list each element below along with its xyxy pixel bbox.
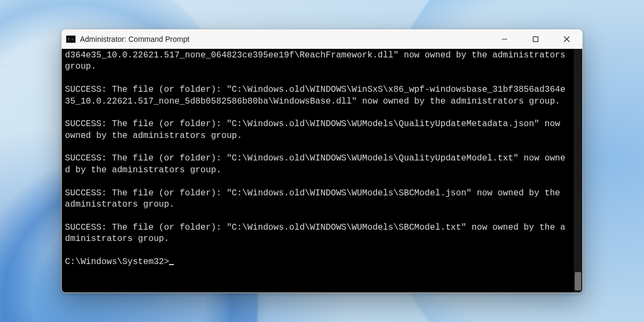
svg-rect-1	[533, 37, 538, 42]
terminal-line: SUCCESS: The file (or folder): "C:\Windo…	[65, 222, 570, 245]
titlebar[interactable]: Administrator: Command Prompt	[62, 30, 582, 49]
terminal-line	[65, 210, 570, 222]
close-button[interactable]	[551, 30, 582, 49]
window-title: Administrator: Command Prompt	[80, 35, 189, 43]
terminal-line	[65, 107, 570, 119]
close-icon	[564, 36, 570, 42]
terminal-line: SUCCESS: The file (or folder): "C:\Windo…	[65, 119, 570, 142]
minimize-button[interactable]	[489, 30, 520, 49]
terminal-output[interactable]: d364e35_10.0.22621.517_none_064823ce395e…	[62, 49, 574, 292]
terminal-line: SUCCESS: The file (or folder): "C:\Windo…	[65, 84, 570, 107]
terminal-line: SUCCESS: The file (or folder): "C:\Windo…	[65, 188, 570, 211]
maximize-button[interactable]	[520, 30, 551, 49]
terminal-line	[65, 142, 570, 153]
terminal-prompt[interactable]: C:\Windows\System32>	[65, 257, 570, 268]
cursor	[169, 264, 174, 265]
minimize-icon	[501, 36, 508, 42]
terminal-area: d364e35_10.0.22621.517_none_064823ce395e…	[62, 49, 582, 292]
maximize-icon	[532, 36, 539, 42]
command-prompt-window: Administrator: Command Prompt d364e35_10…	[61, 29, 583, 293]
cmd-icon	[66, 35, 76, 43]
scrollbar[interactable]	[574, 49, 582, 292]
terminal-line	[65, 73, 570, 84]
terminal-line	[65, 176, 570, 187]
terminal-line: SUCCESS: The file (or folder): "C:\Windo…	[65, 153, 570, 176]
scrollbar-thumb[interactable]	[575, 272, 581, 290]
window-controls	[489, 30, 582, 49]
terminal-line	[65, 245, 570, 256]
terminal-line: d364e35_10.0.22621.517_none_064823ce395e…	[65, 50, 570, 73]
